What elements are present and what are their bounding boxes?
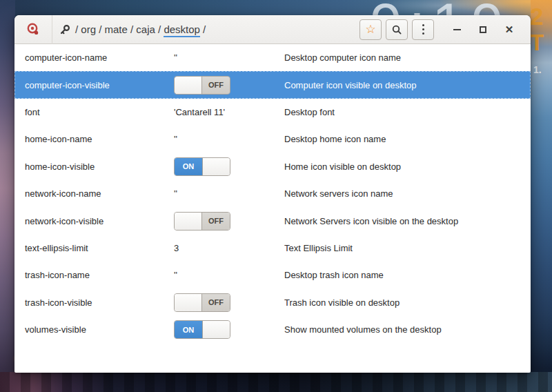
key-name: volumes-visible bbox=[25, 324, 174, 335]
key-description: Computer icon visible on desktop bbox=[284, 80, 531, 90]
toggle-switch-off[interactable]: OFF bbox=[174, 293, 230, 312]
close-icon: ✕ bbox=[505, 23, 514, 36]
maximize-button[interactable] bbox=[470, 19, 496, 40]
toggle-switch-off[interactable]: OFF bbox=[174, 76, 230, 95]
settings-row-computer-icon-visible[interactable]: computer-icon-visibleOFFComputer icon vi… bbox=[14, 71, 531, 98]
settings-row-volumes-visible[interactable]: volumes-visibleONShow mounted volumes on… bbox=[14, 316, 531, 343]
key-value: '' bbox=[174, 270, 177, 280]
titlebar-buttons: ☆ bbox=[359, 19, 434, 40]
wallpaper-left-strip bbox=[0, 0, 15, 392]
settings-row-text-ellipsis-limit[interactable]: text-ellipsis-limit3Text Ellipsis Limit bbox=[14, 235, 531, 262]
toggle-switch-on[interactable]: ON bbox=[174, 320, 230, 339]
toggle-handle[interactable] bbox=[175, 294, 202, 311]
key-value: '' bbox=[174, 134, 177, 144]
toggle-state-label: ON bbox=[175, 158, 202, 175]
settings-row-network-icon-name[interactable]: network-icon-name''Network servers icon … bbox=[14, 180, 531, 207]
minimize-button[interactable] bbox=[444, 19, 470, 40]
bookmark-button[interactable]: ☆ bbox=[359, 19, 382, 40]
key-description: Home icon visible on desktop bbox=[284, 161, 531, 172]
dconf-editor-window: / org / mate / caja / desktop / ☆ ✕ comp… bbox=[14, 15, 531, 373]
key-description: Text Ellipsis Limit bbox=[284, 243, 531, 253]
key-name: trash-icon-name bbox=[25, 270, 174, 280]
key-description: Trash icon visible on desktop bbox=[284, 297, 531, 308]
toggle-state-label: ON bbox=[175, 321, 202, 338]
breadcrumb[interactable]: / org / mate / caja / desktop / bbox=[59, 23, 359, 35]
key-value: '' bbox=[174, 188, 177, 199]
settings-row-home-icon-name[interactable]: home-icon-name''Desktop home icon name bbox=[14, 126, 531, 153]
key-value: 'Cantarell 11' bbox=[174, 107, 225, 117]
toggle-handle[interactable] bbox=[175, 77, 202, 94]
toggle-handle[interactable] bbox=[202, 321, 230, 338]
key-name: home-icon-visible bbox=[25, 161, 174, 172]
key-description: Desktop computer icon name bbox=[284, 52, 531, 63]
wallpaper-right-strip bbox=[531, 0, 552, 392]
key-name: computer-icon-name bbox=[25, 52, 174, 63]
toggle-state-label: OFF bbox=[202, 77, 230, 94]
desktop-date-fragment: 1. bbox=[533, 64, 542, 75]
key-name: text-ellipsis-limit bbox=[25, 243, 174, 253]
key-description: Desktop home icon name bbox=[284, 134, 531, 144]
key-icon bbox=[59, 24, 70, 35]
desktop-date-fragment: T bbox=[530, 30, 544, 56]
breadcrumb-path: / org / mate / caja / desktop / bbox=[75, 23, 206, 35]
vertical-dots-icon bbox=[422, 24, 424, 35]
settings-row-trash-icon-name[interactable]: trash-icon-name''Desktop trash icon name bbox=[14, 262, 531, 288]
key-name: home-icon-name bbox=[25, 134, 174, 144]
minimize-icon bbox=[453, 29, 461, 30]
titlebar[interactable]: / org / mate / caja / desktop / ☆ ✕ bbox=[14, 15, 531, 44]
key-name: network-icon-name bbox=[25, 188, 174, 199]
menu-button[interactable] bbox=[412, 19, 434, 40]
key-description: Desktop trash icon name bbox=[284, 270, 531, 280]
key-description: Network Servers icon visible on the desk… bbox=[284, 216, 531, 226]
settings-row-home-icon-visible[interactable]: home-icon-visibleONHome icon visible on … bbox=[14, 153, 531, 180]
toggle-switch-on[interactable]: ON bbox=[174, 157, 230, 176]
key-name: network-icon-visible bbox=[25, 216, 174, 226]
key-value: 3 bbox=[174, 243, 179, 253]
settings-list: computer-icon-name''Desktop computer ico… bbox=[14, 44, 531, 343]
breadcrumb-prefix: / org / mate / caja / bbox=[75, 23, 164, 35]
dconf-editor-logo-icon bbox=[24, 21, 42, 39]
key-description: Network servers icon name bbox=[284, 188, 531, 199]
search-button[interactable] bbox=[386, 19, 408, 40]
titlebar-divider bbox=[52, 15, 52, 44]
close-button[interactable]: ✕ bbox=[496, 19, 522, 40]
key-name: trash-icon-visible bbox=[25, 297, 174, 308]
key-description: Show mounted volumes on the desktop bbox=[284, 324, 531, 335]
search-icon bbox=[391, 24, 402, 35]
wallpaper-forest-bottom bbox=[0, 372, 552, 392]
breadcrumb-current-segment[interactable]: desktop bbox=[164, 23, 200, 37]
key-name: font bbox=[25, 107, 174, 117]
key-value: '' bbox=[174, 52, 177, 63]
toggle-switch-off[interactable]: OFF bbox=[174, 212, 230, 231]
key-description: Desktop font bbox=[284, 107, 531, 117]
settings-row-trash-icon-visible[interactable]: trash-icon-visibleOFFTrash icon visible … bbox=[14, 289, 531, 316]
breadcrumb-suffix: / bbox=[200, 23, 206, 35]
key-name: computer-icon-visible bbox=[25, 80, 174, 90]
desktop-date-fragment: 2 bbox=[530, 3, 543, 30]
toggle-state-label: OFF bbox=[202, 294, 230, 311]
star-icon: ☆ bbox=[365, 23, 375, 35]
settings-row-network-icon-visible[interactable]: network-icon-visibleOFFNetwork Servers i… bbox=[14, 207, 531, 234]
toggle-state-label: OFF bbox=[202, 213, 230, 230]
toggle-handle[interactable] bbox=[175, 213, 202, 230]
settings-row-font[interactable]: font'Cantarell 11'Desktop font bbox=[14, 99, 531, 126]
toggle-handle[interactable] bbox=[202, 158, 230, 175]
settings-row-computer-icon-name[interactable]: computer-icon-name''Desktop computer ico… bbox=[14, 44, 531, 71]
window-controls: ✕ bbox=[444, 19, 522, 40]
maximize-icon bbox=[480, 26, 486, 33]
